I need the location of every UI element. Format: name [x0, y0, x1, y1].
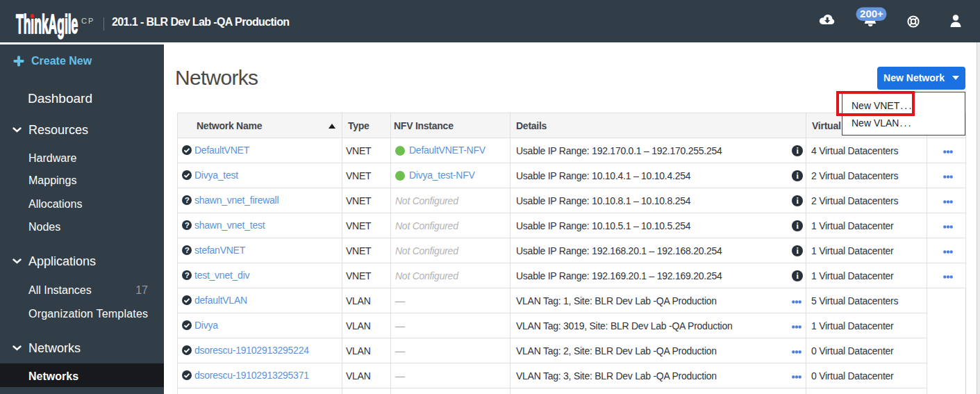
svg-text:?: ? — [185, 245, 190, 254]
svg-text:?: ? — [185, 270, 190, 279]
svg-text:?: ? — [185, 220, 190, 229]
svg-text:200+: 200+ — [860, 8, 883, 19]
svg-text:?: ? — [185, 195, 190, 204]
